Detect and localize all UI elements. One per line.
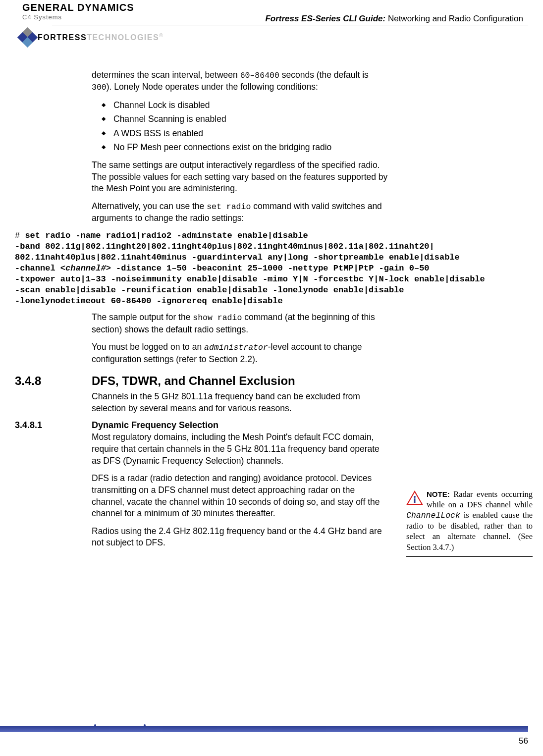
doc-title-bold: Fortress ES-Series CLI Guide:	[265, 14, 385, 23]
cli-code-block: # set radio -name radio1|radio2 -adminst…	[15, 230, 525, 307]
header-divider	[52, 25, 528, 25]
fortress-text-grey: TECHNOLOGIES	[87, 34, 159, 42]
list-item: Channel Scanning is enabled	[105, 113, 389, 125]
list-item: A WDS BSS is enabled	[105, 128, 389, 140]
code-administrator: administrator	[204, 343, 268, 352]
section-3-4-8-1-body: Most regulatory domains, including the M…	[92, 432, 389, 549]
svg-rect-2	[414, 498, 416, 503]
fortress-diamond-icon	[19, 29, 37, 47]
code-range: 60–86400	[240, 71, 279, 80]
subsection-title: Dynamic Frequency Selection	[92, 420, 218, 431]
sec3481-p3: Radios using the 2.4 GHz 802.11g frequen…	[92, 526, 389, 549]
doc-title: Fortress ES-Series CLI Guide: Networking…	[265, 14, 523, 24]
svg-point-1	[414, 496, 416, 498]
section-3-4-8-body: Channels in the 5 GHz 801.11a frequency …	[92, 391, 389, 414]
info-triangle-icon	[406, 490, 423, 505]
subsection-number: 3.4.8.1	[15, 420, 92, 431]
doc-title-rest: Networking and Radio Configuration	[385, 14, 523, 23]
side-note: NOTE: Radar events occurring while on a …	[406, 489, 533, 561]
conditions-list: Channel Lock is disabled Channel Scannin…	[92, 100, 389, 154]
note-divider	[406, 556, 533, 557]
body-text-continued: The sample output for the show radio com…	[92, 312, 389, 365]
gd-logo-main: GENERAL DYNAMICS	[22, 2, 134, 13]
list-item: Channel Lock is disabled	[105, 100, 389, 111]
fortress-logo: FORTRESSTECHNOLOGIES®	[19, 29, 163, 47]
footer-bar	[0, 726, 528, 732]
fortress-registered-icon: ®	[159, 33, 163, 38]
section-number: 3.4.8	[15, 374, 92, 388]
after-code-p2: You must be logged on to an administrato…	[92, 341, 389, 365]
code-set-radio: set radio	[207, 202, 251, 212]
code-show-radio: show radio	[193, 313, 242, 323]
cli-arg-channel: channel#	[65, 264, 106, 273]
page: GENERAL DYNAMICS C4 Systems Fortress ES-…	[0, 0, 543, 756]
fortress-logo-text: FORTRESSTECHNOLOGIES®	[38, 33, 163, 42]
cli-prompt: #	[15, 231, 25, 240]
intro-p1: determines the scan interval, between 60…	[92, 69, 389, 94]
sec3481-p1: Most regulatory domains, including the M…	[92, 432, 389, 467]
section-title: DFS, TDWR, and Channel Exclusion	[92, 374, 295, 388]
footer-dot-icon	[94, 724, 96, 726]
body-text: determines the scan interval, between 60…	[92, 69, 389, 224]
note-label: NOTE:	[427, 490, 450, 498]
section-3-4-8-1: 3.4.8.1 Dynamic Frequency Selection	[15, 420, 528, 431]
page-content: determines the scan interval, between 60…	[15, 54, 528, 549]
page-number: 56	[519, 736, 528, 746]
list-item: No FP Mesh peer connections exist on the…	[105, 142, 389, 154]
page-header: GENERAL DYNAMICS C4 Systems Fortress ES-…	[15, 0, 528, 54]
intro-p3: Alternatively, you can use the set radio…	[92, 201, 389, 224]
general-dynamics-logo: GENERAL DYNAMICS C4 Systems	[22, 2, 134, 21]
sec348-p1: Channels in the 5 GHz 801.11a frequency …	[92, 391, 389, 414]
code-default: 300	[92, 83, 107, 92]
gd-logo-sub: C4 Systems	[22, 13, 134, 21]
note-code: ChannelLock	[406, 511, 460, 520]
section-3-4-8: 3.4.8 DFS, TDWR, and Channel Exclusion	[15, 374, 528, 388]
fortress-text-bold: FORTRESS	[38, 34, 87, 42]
after-code-p1: The sample output for the show radio com…	[92, 312, 389, 335]
intro-p2: The same settings are output interactive…	[92, 160, 389, 195]
footer-dot-icon	[144, 724, 146, 726]
sec3481-p2: DFS is a radar (radio detection and rang…	[92, 473, 389, 520]
